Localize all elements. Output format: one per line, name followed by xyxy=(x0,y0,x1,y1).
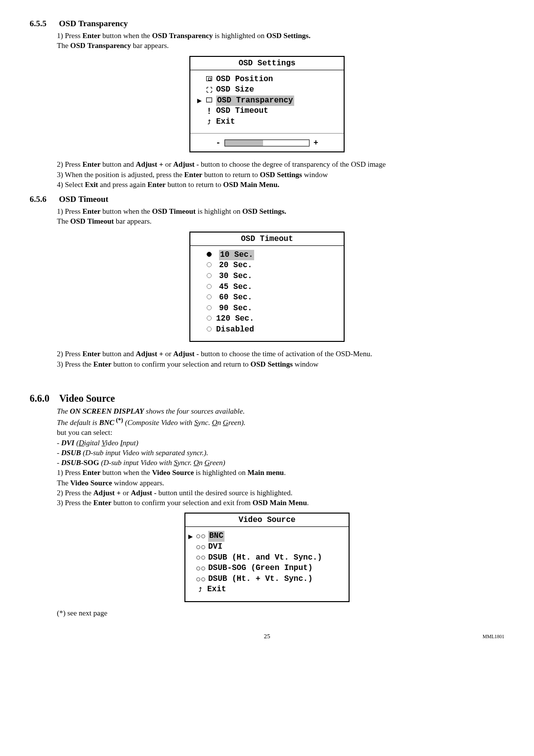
osd-item-size: ⛶ OSD Size xyxy=(197,85,337,95)
pointer-icon: ▶ xyxy=(188,533,193,540)
plus-label: + xyxy=(313,139,318,147)
heading-title: OSD Transparency xyxy=(59,19,128,28)
connector-icon xyxy=(196,556,205,560)
timeout-opt-45: 45 Sec. xyxy=(197,282,337,293)
video-opt-dsub1: DSUB (Ht. and Vt. Sync.) xyxy=(188,553,342,564)
osd-settings-panel: OSD Settings OSD Position ⛶ OSD Size ▶ O… xyxy=(189,56,345,153)
connector-icon xyxy=(196,567,205,570)
video-opt-dsubsog: DSUB-SOG (Green Input) xyxy=(188,563,342,574)
osd-timeout-panel: OSD Timeout 10 Sec. 20 Sec. 30 Sec. 45 S… xyxy=(189,232,345,342)
heading-num: 6.5.5 xyxy=(30,19,57,29)
timeout-opt-30: 30 Sec. xyxy=(197,271,337,282)
osd-timeout-title: OSD Timeout xyxy=(190,233,344,246)
model-number: MML1801 xyxy=(483,634,504,639)
timeout-opt-60: 60 Sec. xyxy=(197,292,337,303)
radio-open-icon xyxy=(205,292,213,303)
osd-item-transparency: ▶ OSD Transparency xyxy=(197,95,337,106)
timeout-opt-120: 120 Sec. xyxy=(197,314,337,325)
body-655-steps: 2) Press Enter button and Adjust + or Ad… xyxy=(57,159,504,189)
timeout-opt-disabled: Disabled xyxy=(197,325,337,335)
body-655-step1: 1) Press Enter button when the OSD Trans… xyxy=(57,31,504,51)
timeout-opt-90: 90 Sec. xyxy=(197,303,337,314)
radio-filled-icon xyxy=(205,250,213,261)
heading-title: OSD Timeout xyxy=(59,194,108,204)
minus-label: - xyxy=(216,139,221,147)
radio-open-icon xyxy=(205,271,213,282)
osd-item-exit: ⤴ Exit xyxy=(197,117,337,128)
osd-item-timeout: ! OSD Timeout xyxy=(197,106,337,117)
video-source-title: Video Source xyxy=(185,514,349,527)
resize-icon: ⛶ xyxy=(205,86,213,94)
video-source-panel: Video Source ▶ BNC DVI DSUB (Ht. and Vt.… xyxy=(184,513,350,602)
timeout-opt-10: 10 Sec. xyxy=(197,250,337,261)
radio-open-icon xyxy=(205,282,213,293)
connector-icon xyxy=(196,534,205,538)
pointer-icon: ▶ xyxy=(197,97,202,104)
radio-open-icon xyxy=(205,303,213,314)
osd-item-position: OSD Position xyxy=(197,74,337,85)
radio-open-icon xyxy=(205,325,213,335)
slider-track xyxy=(224,140,310,146)
heading-656: 6.5.6 OSD Timeout xyxy=(30,194,504,204)
body-660-intro: The ON SCREEN DISPLAY shows the four sou… xyxy=(57,406,504,508)
video-opt-exit: ⤴ Exit xyxy=(188,584,342,595)
page-footer: 25 MML1801 xyxy=(30,632,504,640)
exclamation-icon: ! xyxy=(205,106,213,117)
video-opt-dvi: DVI xyxy=(188,542,342,553)
radio-open-icon xyxy=(205,260,213,271)
rectangle-icon xyxy=(205,74,213,85)
osd-settings-title: OSD Settings xyxy=(190,57,344,70)
exit-icon: ⤴ xyxy=(196,586,204,594)
video-opt-bnc: ▶ BNC xyxy=(188,531,342,542)
connector-icon xyxy=(196,577,205,581)
connector-icon xyxy=(196,545,205,549)
slider-fill xyxy=(225,140,263,146)
video-opt-dsub2: DSUB (Ht. + Vt. Sync.) xyxy=(188,574,342,585)
radio-open-icon xyxy=(205,314,213,325)
transparency-icon xyxy=(205,95,213,106)
heading-title: Video Source xyxy=(59,393,115,404)
timeout-opt-20: 20 Sec. xyxy=(197,260,337,271)
page-number: 25 xyxy=(188,632,346,640)
exit-icon: ⤴ xyxy=(205,118,213,126)
heading-660: 6.6.0 Video Source xyxy=(30,393,504,404)
body-656-step1: 1) Press Enter button when the OSD Timeo… xyxy=(57,206,504,227)
heading-655: 6.5.5 OSD Transparency xyxy=(30,19,504,29)
footnote-660: (*) see next page xyxy=(57,609,504,617)
heading-num: 6.5.6 xyxy=(30,194,57,204)
body-656-steps: 2) Press Enter button and Adjust + or Ad… xyxy=(57,349,504,369)
osd-adjust-bar: - + xyxy=(190,133,344,151)
heading-num: 6.6.0 xyxy=(30,393,57,404)
